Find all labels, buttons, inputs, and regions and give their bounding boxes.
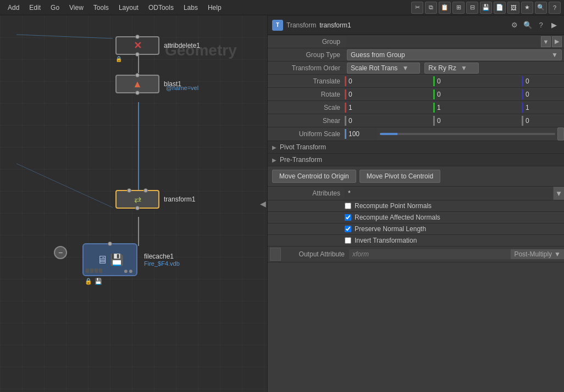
scale-x-input[interactable] [345,103,433,113]
node-output-attribdelete1[interactable] [135,52,140,57]
group-input[interactable] [347,37,540,47]
scale-y-input[interactable] [433,103,522,113]
attributes-input[interactable] [345,188,553,198]
node-transform1[interactable]: ⇄ transform1 [115,190,195,209]
panel-gear-icon[interactable]: ⚙ [509,20,520,31]
param-row-scale: Scale [268,101,564,114]
invert-transformation-checkbox[interactable] [345,237,351,244]
shear-x-input[interactable] [345,116,433,126]
group-btn-arrow[interactable]: ▶ [552,36,562,47]
node-input-filecache1[interactable] [108,242,112,246]
uniform-scale-slider[interactable] [380,133,555,135]
attributes-row: Attributes ▼ [268,187,564,200]
node-box-blast1[interactable]: ▲ [115,75,159,93]
rotation-order-dropdown[interactable]: Rx Ry Rz ▼ [424,63,479,74]
toolbar-copy[interactable]: ⧉ [425,2,437,14]
uniform-scale-scroll[interactable] [557,127,564,141]
toolbar-right: ✂ ⧉ 📋 ⊞ ⊟ 💾 📄 🖼 ★ 🔍 ? [411,2,561,14]
node-attribdelete1[interactable]: ✕ attribdelete1 🔒 [115,36,200,55]
scale-z-input[interactable] [522,103,564,113]
minus-circle-button[interactable]: − [54,246,67,259]
output-postmult-dropdown[interactable]: Post-Multiply ▼ [510,249,564,259]
param-row-shear: Shear [268,114,564,127]
menu-add[interactable]: Add [3,2,24,13]
move-pivot-button[interactable]: Move Pivot to Centroid [360,170,440,183]
panel-content[interactable]: Group ▼ ▶ Group Type Guess from Group ▼ [268,35,564,392]
checkbox-row-recompute-point: Recompute Point Normals [268,200,564,212]
rotate-y-input[interactable] [433,89,522,99]
node-graph[interactable]: Geometry ✕ attribdelete1 🔒 [0,15,267,392]
toolbar-img[interactable]: 🖼 [507,2,519,14]
shear-z-input[interactable] [522,116,564,126]
buttons-row: Move Centroid to Origin Move Pivot to Ce… [268,166,564,187]
menu-tools[interactable]: Tools [89,2,113,13]
rotate-z-input[interactable] [522,89,564,99]
svg-line-4 [16,164,113,208]
param-row-transform-order: Transform Order Scale Rot Trans ▼ Rx Ry … [268,61,564,75]
toolbar-grid2[interactable]: ⊟ [466,2,478,14]
toolbar-cut[interactable]: ✂ [411,2,423,14]
output-attr-input[interactable] [349,249,510,259]
shear-label: Shear [268,117,345,125]
node-input-attribdelete1[interactable] [135,35,140,39]
transform-order-value: Scale Rot Trans ▼ Rx Ry Rz ▼ [345,63,564,74]
transform-order-dropdown[interactable]: Scale Rot Trans ▼ [347,63,420,74]
menu-view[interactable]: View [65,2,88,13]
toolbar-save[interactable]: 💾 [480,2,492,14]
uniform-scale-input[interactable] [345,129,378,139]
param-row-rotate: Rotate [268,88,564,101]
toolbar-paste[interactable]: 📋 [439,2,451,14]
node-box-transform1[interactable]: ⇄ [115,190,159,209]
translate-z-input[interactable] [522,76,564,86]
panel-title: Transform [286,21,316,29]
preserve-normal-length-label: Preserve Normal Length [355,225,426,233]
output-attr-enable-checkbox[interactable] [270,248,281,261]
move-centroid-button[interactable]: Move Centroid to Origin [272,170,356,183]
menu-go[interactable]: Go [46,2,64,13]
pre-transform-section[interactable]: ▶ Pre-Transform [268,154,564,166]
recompute-affected-normals-checkbox[interactable] [345,214,351,221]
shear-y-input[interactable] [433,116,522,126]
node-output-transform1[interactable] [135,206,140,210]
node-output-blast1[interactable] [135,91,140,95]
menubar: Add Edit Go View Tools Layout ODTools La… [0,0,564,15]
node-filecache1[interactable]: 🖥 💾 ⏺⏺ 🔒 💾 filecache1 Fire_$F4.vdb [82,243,180,276]
rotate-label: Rotate [268,91,345,98]
rotate-x-input[interactable] [345,89,433,99]
param-row-group-type: Group Type Guess from Group ▼ [268,48,564,61]
node-input-transform1-b[interactable] [143,188,148,193]
translate-x-input[interactable] [345,76,433,86]
node-sub-blast1: @name=vel [166,85,198,91]
transform-order-text: Scale Rot Trans [351,64,397,72]
toolbar-grid1[interactable]: ⊞ [452,2,465,14]
panel-toggle-arrow[interactable]: ◀ [260,199,266,208]
pivot-transform-section[interactable]: ▶ Pivot Transform [268,141,564,154]
toolbar-help[interactable]: ? [549,2,561,14]
menu-edit[interactable]: Edit [25,2,45,13]
group-btn-down[interactable]: ▼ [541,36,551,47]
panel-search-icon[interactable]: 🔍 [522,20,533,31]
menu-layout[interactable]: Layout [114,2,143,13]
toolbar-doc[interactable]: 📄 [494,2,506,14]
node-box-attribdelete1[interactable]: ✕ [115,36,159,55]
node-input-transform1-a[interactable] [127,188,131,193]
preserve-normal-length-checkbox[interactable] [345,226,351,232]
node-box-filecache1[interactable]: 🖥 💾 ⏺⏺ 🔒 💾 [82,243,137,276]
menu-odtools[interactable]: ODTools [144,2,178,13]
node-blast1[interactable]: ▲ blast1 @name=vel [115,75,181,93]
attributes-dropdown-btn[interactable]: ▼ [553,187,564,200]
recompute-point-normals-checkbox[interactable] [345,203,351,209]
panel-close-icon[interactable]: ▶ [549,20,560,31]
menu-help[interactable]: Help [203,2,226,13]
node-input-blast1[interactable] [135,73,140,77]
panel-help-icon[interactable]: ? [535,20,546,31]
node-label-transform1: transform1 [164,195,195,203]
panel-toggle[interactable]: ◀ [259,197,267,210]
output-postmult-text: Post-Multiply [514,250,552,258]
toolbar-search[interactable]: 🔍 [535,2,547,14]
toolbar-star[interactable]: ★ [521,2,533,14]
translate-y-input[interactable] [433,76,522,86]
group-type-dropdown[interactable]: Guess from Group ▼ [347,49,562,60]
menu-labs[interactable]: Labs [179,2,202,13]
recompute-point-normals-label: Recompute Point Normals [355,202,432,210]
